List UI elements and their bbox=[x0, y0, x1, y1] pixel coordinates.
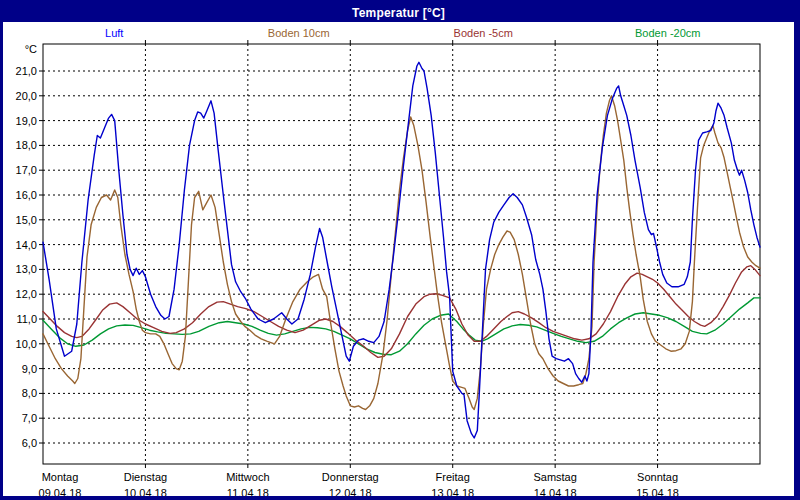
x-date-label: 09.04.18 bbox=[39, 487, 82, 496]
y-tick-label: 16,0 bbox=[16, 189, 37, 201]
series-path-luft bbox=[43, 62, 760, 438]
x-day-label: Dienstag bbox=[124, 471, 167, 483]
legend-item-1: Luft bbox=[105, 27, 123, 39]
y-tick-label: 10,0 bbox=[16, 338, 37, 350]
y-tick-label: 20,0 bbox=[16, 90, 37, 102]
x-day-label: Mittwoch bbox=[226, 471, 269, 483]
y-tick-label: 15,0 bbox=[16, 214, 37, 226]
y-tick-label: 12,0 bbox=[16, 288, 37, 300]
x-date-label: 15.04.18 bbox=[636, 487, 679, 496]
y-tick-label: 21,0 bbox=[16, 65, 37, 77]
y-tick-label: 13,0 bbox=[16, 263, 37, 275]
y-tick-label: 6,0 bbox=[22, 437, 37, 449]
window-title: Temperatur [°C] bbox=[352, 6, 445, 20]
x-date-label: 13.04.18 bbox=[431, 487, 474, 496]
y-axis-unit-label: °C bbox=[25, 43, 37, 55]
title-bar: Temperatur [°C] bbox=[3, 3, 794, 22]
plot-area-border bbox=[43, 44, 760, 464]
x-day-label: Samstag bbox=[533, 471, 576, 483]
legend-item-4: Boden -20cm bbox=[635, 27, 700, 39]
x-date-label: 11.04.18 bbox=[227, 487, 269, 496]
y-tick-label: 19,0 bbox=[16, 115, 37, 127]
y-tick-label: 9,0 bbox=[22, 363, 37, 375]
y-tick-label: 18,0 bbox=[16, 139, 37, 151]
x-day-label: Sonntag bbox=[637, 471, 678, 483]
y-tick-label: 14,0 bbox=[16, 239, 37, 251]
y-tick-label: 17,0 bbox=[16, 164, 37, 176]
x-day-label: Montag bbox=[42, 471, 79, 483]
x-day-label: Freitag bbox=[436, 471, 470, 483]
series-path-boden-5cm bbox=[43, 266, 760, 358]
app-window: Temperatur [°C] LuftBoden 10cmBoden -5cm… bbox=[0, 0, 800, 500]
legend-item-2: Boden 10cm bbox=[268, 27, 330, 39]
y-tick-label: 8,0 bbox=[22, 387, 37, 399]
x-date-label: 14.04.18 bbox=[534, 487, 577, 496]
legend-item-3: Boden -5cm bbox=[454, 27, 513, 39]
series-path-boden-10cm bbox=[43, 96, 760, 410]
y-tick-label: 7,0 bbox=[22, 412, 37, 424]
x-date-label: 12.04.18 bbox=[329, 487, 372, 496]
y-tick-label: 11,0 bbox=[16, 313, 37, 325]
x-date-label: 10.04.18 bbox=[124, 487, 167, 496]
temperature-chart: LuftBoden 10cmBoden -5cmBoden -20cm21,02… bbox=[3, 22, 794, 496]
x-day-label: Donnerstag bbox=[322, 471, 379, 483]
